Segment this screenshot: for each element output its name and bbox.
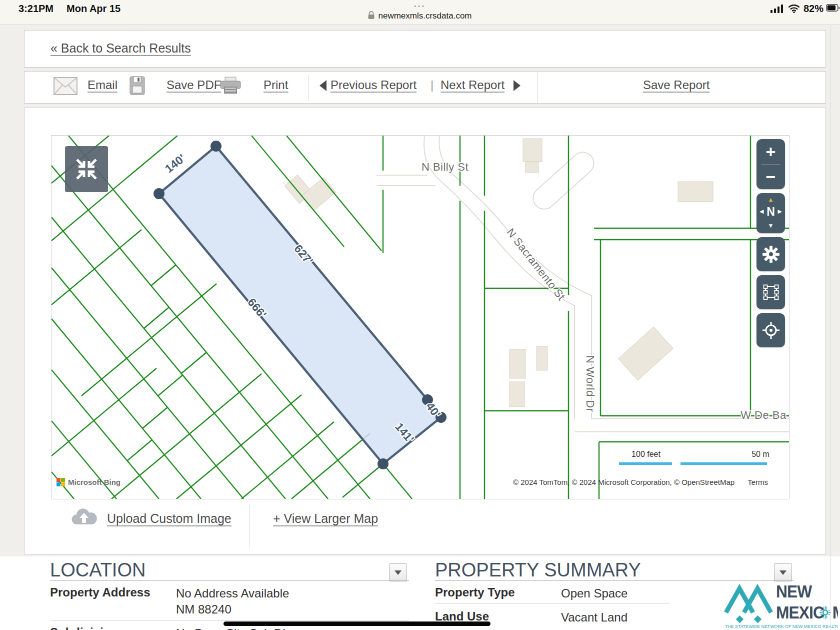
back-card: « Back to Search Results (24, 30, 826, 68)
email-icon (54, 77, 78, 97)
new-mexico-mls-logo: NEW MEXIC MLS THE STATEWIDE NETWORK OF N… (724, 574, 838, 630)
gear-icon (762, 245, 780, 263)
mountains-icon (726, 588, 771, 612)
chevron-down-icon (394, 570, 402, 575)
print-icon (220, 77, 242, 97)
map-attribution: © 2024 TomTom, © 2024 Microsoft Corporat… (513, 478, 768, 486)
location-row-divider (50, 620, 409, 621)
bing-label: Microsoft Bing (68, 478, 120, 486)
toolbar-separator (308, 75, 309, 101)
land-use-value: Vacant Land (561, 609, 628, 625)
address-bar[interactable]: newmexmls.crsdata.com (0, 11, 840, 22)
previous-arrow-icon (320, 80, 326, 93)
street-label-w-de-baca: W De Ba (740, 409, 786, 421)
property-address-line2: NM 88240 (176, 601, 232, 617)
street-label-n-billy-st: N Billy St (422, 161, 468, 173)
brand-line2-left: MEXIC (776, 602, 824, 622)
street-label-n-world-dr: N World Dr (584, 355, 596, 412)
report-nav-divider: | (430, 78, 434, 92)
lock-icon (368, 11, 374, 22)
subdivision-label: Subdivision (50, 625, 118, 630)
zoom-in-button[interactable]: + (756, 139, 785, 164)
tab-overflow-dots[interactable]: ••• (0, 3, 840, 9)
location-collapse-button[interactable] (389, 563, 407, 581)
save-pdf-button[interactable]: Save PDF (166, 78, 221, 92)
toolbar-separator-2 (537, 72, 538, 104)
upload-row-divider (249, 504, 250, 548)
microsoft-logo-icon (56, 478, 65, 486)
compass-down-icon[interactable]: ▼ (756, 222, 785, 229)
zoom-out-button[interactable]: − (756, 164, 785, 189)
print-button[interactable]: Print (264, 78, 288, 92)
bing-attribution: Microsoft Bing (56, 478, 120, 486)
locate-icon (762, 321, 780, 340)
back-to-results-link[interactable]: « Back to Search Results (50, 41, 191, 56)
area-select-icon (762, 283, 780, 301)
property-address-line1: No Address Available (176, 585, 289, 601)
battery-icon (826, 4, 840, 14)
save-report-button[interactable]: Save Report (643, 78, 710, 92)
next-report-button[interactable]: Next Report (440, 78, 504, 92)
scale-feet-bar (619, 462, 672, 465)
parcel-map[interactable]: 140' 627' 666' 40' 141' N Billy St N Sac… (51, 135, 790, 499)
view-larger-map-link[interactable]: + View Larger Map (273, 511, 378, 526)
battery-percent: 82% (804, 3, 824, 15)
scale-meters-bar (680, 462, 767, 465)
wifi-icon (788, 4, 800, 15)
screen: 3:21PM Mon Apr 15 ••• newmexmls.crsdata.… (0, 0, 840, 630)
road-outlines (376, 136, 789, 432)
zoom-control-group: + − (756, 139, 785, 189)
parcel-map-svg: 140' 627' 666' 40' 141' N Billy St N Sac… (52, 136, 789, 499)
upload-custom-image-link[interactable]: Upload Custom Image (107, 511, 232, 526)
scale-meters-label: 50 m (736, 450, 786, 459)
compass-control[interactable]: ▲ ◀ N ▶ ▼ (756, 193, 785, 233)
map-settings-button[interactable] (756, 237, 785, 271)
save-pdf-icon (130, 76, 145, 97)
brand-tagline: THE STATEWIDE NETWORK OF NEW MEXICO REAL… (725, 624, 838, 629)
copyright-text: © 2024 TomTom, © 2024 Microsoft Corporat… (513, 478, 734, 486)
brand-line1: NEW (776, 581, 812, 601)
home-indicator[interactable] (224, 621, 490, 626)
location-title-rule (50, 580, 409, 580)
compass-right-icon[interactable]: ▶ (778, 208, 782, 215)
cellular-signal-icon (770, 5, 784, 15)
property-type-value: Open Space (561, 585, 628, 601)
url-text: newmexmls.crsdata.com (378, 11, 472, 21)
toolbar: Email Save PDF Print Previous Report | N… (24, 71, 826, 104)
compass-up-icon[interactable]: ▲ (756, 196, 785, 203)
street-label-n-sacramento-st: N Sacramento St (504, 226, 568, 303)
terms-link[interactable]: Terms (748, 478, 768, 486)
property-summary-title: PROPERTY SUMMARY (435, 559, 641, 581)
collapse-icon (74, 156, 100, 182)
diamond-icons (736, 615, 762, 623)
area-select-button[interactable] (756, 275, 785, 309)
locate-button[interactable] (756, 313, 785, 347)
collapse-map-button[interactable] (65, 146, 108, 192)
upload-cloud-icon (70, 506, 98, 529)
brand-line2-right: MLS (832, 602, 838, 622)
email-button[interactable]: Email (88, 78, 118, 92)
subdivision-value: No Base City Sub Di (176, 625, 286, 630)
previous-report-button[interactable]: Previous Report (330, 78, 416, 92)
location-title: LOCATION (50, 559, 146, 581)
next-arrow-icon (514, 80, 520, 93)
property-summary-row-divider (435, 603, 670, 604)
window-edge-line (830, 25, 830, 630)
scale-feet-label: 100 feet (621, 450, 671, 459)
property-type-label: Property Type (435, 585, 515, 599)
property-address-label: Property Address (50, 585, 150, 599)
